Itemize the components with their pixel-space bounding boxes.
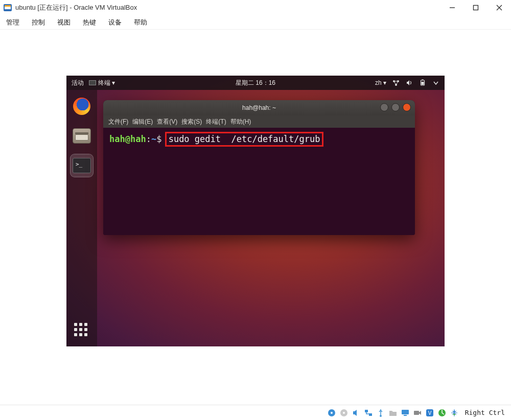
prompt-path: ~ [151,134,156,144]
svg-rect-22 [414,411,419,415]
display-icon[interactable] [401,408,410,417]
prompt-separator: : [146,134,151,144]
menu-devices[interactable]: 设备 [108,18,122,27]
terminal-menu-search[interactable]: 搜索(S) [181,118,202,126]
terminal-title: hah@hah: ~ [242,104,276,111]
menu-help[interactable]: 帮助 [134,18,147,27]
mouse-integration-icon[interactable] [450,408,459,417]
svg-point-19 [380,415,382,417]
network-icon[interactable] [392,79,400,86]
power-menu-icon[interactable] [432,79,439,86]
terminal-minimize-button[interactable] [380,103,388,111]
hard-disk-icon[interactable] [327,408,336,417]
svg-rect-17 [365,410,368,412]
svg-rect-20 [402,410,409,414]
terminal-icon [89,80,96,85]
ubuntu-desktop[interactable]: 活动 终端 ▾ 星期二 16：16 zh ▾ [66,76,445,346]
menu-view[interactable]: 视图 [57,18,71,27]
ubuntu-dock [66,90,97,346]
window-titlebar: ubuntu [正在运行] - Oracle VM VirtualBox [0,0,511,15]
host-key-indicator: Right Ctrl [465,409,505,416]
usb-icon[interactable] [376,408,385,417]
audio-icon[interactable] [352,408,361,417]
vm-state-icon[interactable]: V [425,408,434,417]
menu-hotkeys[interactable]: 热键 [83,18,96,27]
optical-drive-icon[interactable] [339,408,349,417]
terminal-menubar: 文件(F) 编辑(E) 查看(V) 搜索(S) 终端(T) 帮助(H) [103,115,415,128]
prompt-symbol: $ [156,134,161,144]
ubuntu-topbar: 活动 终端 ▾ 星期二 16：16 zh ▾ [66,76,445,90]
prompt-user-host: hah@hah [109,134,146,144]
minimize-button[interactable] [440,0,464,15]
menu-manage[interactable]: 管理 [6,18,19,27]
terminal-window: hah@hah: ~ 文件(F) 编辑(E) 查看(V) 搜索(S) 终端(T)… [103,100,415,235]
terminal-menu-edit[interactable]: 编辑(E) [132,118,153,126]
topbar-app-label: 终端 ▾ [98,79,115,87]
activities-button[interactable]: 活动 [72,79,84,87]
svg-rect-11 [422,80,424,81]
terminal-icon [73,158,91,173]
firefox-icon [73,98,90,115]
virtualbox-icon [3,3,12,12]
topbar-datetime[interactable]: 星期二 16：16 [236,79,275,87]
svg-rect-2 [5,5,11,7]
vm-display-area: 活动 终端 ▾ 星期二 16：16 zh ▾ [0,30,511,405]
dock-terminal[interactable] [71,154,93,177]
close-button[interactable] [487,0,511,15]
processor-icon[interactable] [437,408,447,417]
recording-icon[interactable] [413,408,422,417]
battery-icon[interactable] [419,79,426,86]
terminal-menu-terminal[interactable]: 终端(T) [206,118,226,126]
network-adapter-icon[interactable] [364,408,373,417]
shared-folders-icon[interactable] [388,408,398,417]
terminal-titlebar[interactable]: hah@hah: ~ [103,100,415,115]
dock-show-apps[interactable] [74,323,89,338]
terminal-body[interactable]: hah@hah:~$ sudo gedit /etc/default/grub [103,128,415,235]
svg-rect-21 [404,415,407,416]
terminal-menu-help[interactable]: 帮助(H) [230,118,251,126]
terminal-close-button[interactable] [403,103,411,111]
terminal-menu-file[interactable]: 文件(F) [108,118,128,126]
volume-icon[interactable] [406,79,413,86]
terminal-menu-view[interactable]: 查看(V) [157,118,177,126]
window-title: ubuntu [正在运行] - Oracle VM VirtualBox [15,3,440,12]
dock-firefox[interactable] [71,95,93,118]
input-method-indicator[interactable]: zh ▾ [375,79,386,86]
files-icon [73,128,91,144]
maximize-button[interactable] [464,0,487,15]
virtualbox-statusbar: V Right Ctrl [0,405,511,420]
svg-rect-4 [474,6,478,10]
menu-control[interactable]: 控制 [32,18,45,27]
svg-text:V: V [428,410,431,416]
command-highlight: sudo gedit /etc/default/grub [165,132,324,147]
topbar-tray: zh ▾ [375,79,439,86]
command-text: sudo gedit /etc/default/grub [169,134,320,144]
topbar-app-indicator[interactable]: 终端 ▾ [89,79,115,87]
svg-point-14 [331,412,333,414]
status-icons: V [327,408,459,417]
svg-point-16 [343,412,345,414]
svg-rect-12 [422,82,424,85]
virtualbox-menubar: 管理 控制 视图 热键 设备 帮助 [0,15,511,30]
dock-files[interactable] [71,125,93,147]
terminal-maximize-button[interactable] [391,103,400,111]
